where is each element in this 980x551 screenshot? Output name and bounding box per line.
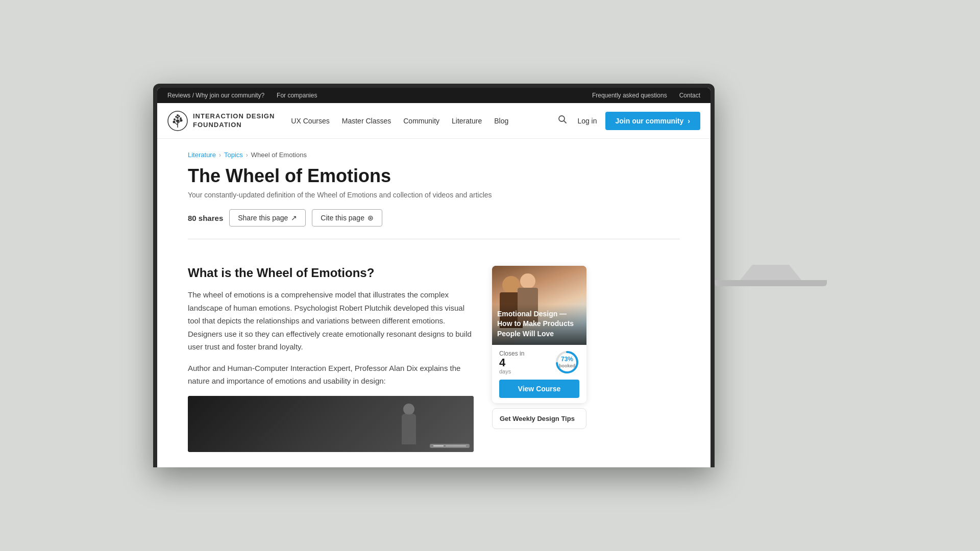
booked-pct: 73% — [559, 356, 575, 363]
section1-p1: The wheel of emotions is a comprehensive… — [188, 288, 474, 354]
search-button[interactable] — [556, 113, 569, 129]
reviews-link[interactable]: Reviews / Why join our community? — [167, 92, 264, 99]
svg-point-12 — [175, 116, 177, 118]
for-companies-link[interactable]: For companies — [277, 92, 317, 99]
weekly-tips-title: Get Weekly Design Tips — [500, 415, 579, 422]
utility-bar: Reviews / Why join our community? For co… — [157, 88, 710, 103]
breadcrumb-topics[interactable]: Topics — [224, 151, 243, 159]
logo-line1: INTERACTION DESIGN — [193, 112, 275, 121]
progress-circle: 73% booked — [555, 350, 579, 374]
monitor-stand — [715, 265, 827, 286]
nav-literature[interactable]: Literature — [452, 117, 482, 125]
progress-text: 73% booked — [559, 356, 575, 369]
page-title: The Wheel of Emotions — [188, 165, 680, 187]
course-card: Emotional Design — How to Make Products … — [492, 266, 586, 403]
content-divider — [188, 239, 680, 239]
video-inner — [188, 396, 474, 452]
svg-point-7 — [173, 120, 176, 123]
svg-point-14 — [177, 114, 179, 116]
logo[interactable]: INTERACTION DESIGN FOUNDATION — [167, 111, 275, 131]
share-icon: ↗ — [291, 214, 297, 222]
login-button[interactable]: Log in — [577, 117, 597, 125]
nav-master-classes[interactable]: Master Classes — [342, 117, 391, 125]
svg-line-16 — [564, 121, 566, 123]
join-community-button[interactable]: Join our community › — [605, 112, 700, 130]
breadcrumb-literature[interactable]: Literature — [188, 151, 216, 159]
svg-point-11 — [180, 117, 182, 119]
article-body: What is the Wheel of Emotions? The wheel… — [188, 266, 474, 452]
nav-links: UX Courses Master Classes Community Lite… — [291, 117, 540, 125]
closes-text-group: Closes in 4 days — [499, 350, 524, 374]
cite-icon: ⊛ — [368, 214, 374, 222]
section1-heading: What is the Wheel of Emotions? — [188, 266, 474, 280]
faq-link[interactable]: Frequently asked questions — [592, 92, 667, 99]
content-area: Literature › Topics › Wheel of Emotions … — [157, 139, 710, 266]
breadcrumb-sep-2: › — [246, 152, 248, 159]
share-row: 80 shares Share this page ↗ Cite this pa… — [188, 209, 680, 227]
cite-page-button[interactable]: Cite this page ⊛ — [312, 209, 382, 227]
svg-line-3 — [175, 122, 178, 125]
share-count: 80 shares — [188, 214, 223, 222]
contact-link[interactable]: Contact — [679, 92, 700, 99]
page-subtitle: Your constantly-updated definition of th… — [188, 191, 680, 199]
breadcrumb: Literature › Topics › Wheel of Emotions — [188, 151, 680, 159]
view-course-button[interactable]: View Course — [499, 380, 579, 398]
main-content: What is the Wheel of Emotions? The wheel… — [157, 266, 710, 467]
video-thumbnail[interactable] — [188, 396, 474, 452]
main-nav: INTERACTION DESIGN FOUNDATION UX Courses… — [157, 103, 710, 139]
booked-label: booked — [559, 363, 575, 369]
closes-info: Closes in 4 days — [499, 350, 579, 374]
course-card-title: Emotional Design — How to Make Products … — [497, 309, 581, 339]
nav-blog[interactable]: Blog — [494, 117, 508, 125]
course-card-body: Closes in 4 days — [492, 345, 586, 403]
stand-neck — [740, 265, 801, 280]
nav-ux-courses[interactable]: UX Courses — [291, 117, 329, 125]
svg-point-9 — [174, 118, 176, 120]
logo-line2: FOUNDATION — [193, 121, 275, 130]
share-page-button[interactable]: Share this page ↗ — [229, 209, 306, 227]
utility-bar-left: Reviews / Why join our community? For co… — [167, 92, 317, 99]
weekly-tips-card: Get Weekly Design Tips — [492, 408, 586, 429]
days-label: days — [499, 368, 524, 374]
breadcrumb-current: Wheel of Emotions — [251, 151, 307, 159]
nav-community[interactable]: Community — [403, 117, 439, 125]
nav-right: Log in Join our community › — [556, 112, 700, 130]
svg-point-8 — [180, 119, 183, 121]
section1-p2: Author and Human-Computer Interaction Ex… — [188, 362, 474, 388]
stand-base — [715, 280, 827, 286]
breadcrumb-sep-1: › — [219, 152, 221, 159]
days-count: 4 — [499, 357, 524, 368]
utility-bar-right: Frequently asked questions Contact — [592, 92, 700, 99]
sidebar: Emotional Design — How to Make Products … — [492, 266, 586, 452]
course-card-image: Emotional Design — How to Make Products … — [492, 266, 586, 345]
